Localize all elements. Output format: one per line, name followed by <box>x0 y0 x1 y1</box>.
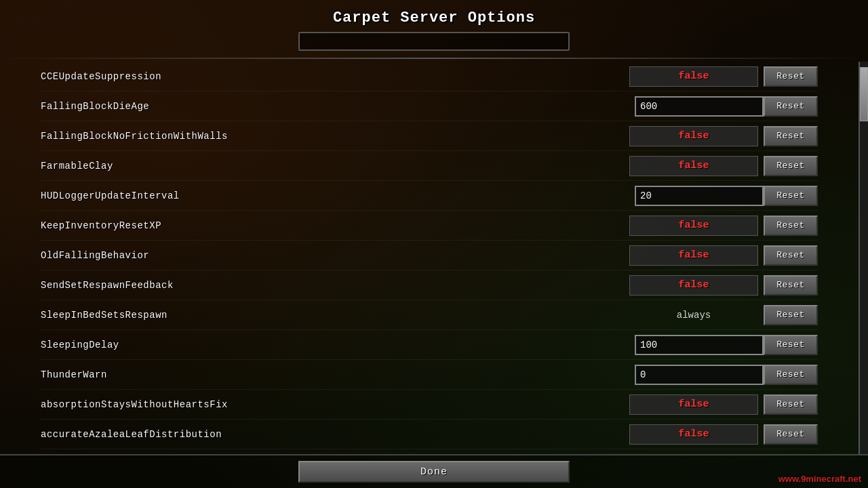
option-value-false[interactable]: false <box>629 216 758 236</box>
scrollbar[interactable] <box>859 62 868 454</box>
option-value-number[interactable] <box>635 365 764 385</box>
reset-button[interactable]: Reset <box>764 335 818 355</box>
options-area: CCEUpdateSuppressionfalseResetFallingBlo… <box>0 59 868 454</box>
option-name: KeepInventoryResetXP <box>41 220 629 231</box>
option-value-false[interactable]: false <box>629 424 758 445</box>
table-row: CCEUpdateSuppressionfalseReset <box>41 62 818 92</box>
table-row: accurateAzaleaLeafDistributionfalseReset <box>41 420 818 449</box>
option-name: FallingBlockNoFrictionWithWalls <box>41 131 629 142</box>
reset-button[interactable]: Reset <box>764 66 818 87</box>
page-title: Carpet Server Options <box>333 9 535 26</box>
option-name: SleepingDelay <box>41 340 635 350</box>
option-value-number[interactable] <box>635 186 764 206</box>
reset-button[interactable]: Reset <box>764 96 818 117</box>
table-row: FarmableClayfalseReset <box>41 151 818 181</box>
option-value-false[interactable]: false <box>629 454 758 455</box>
table-row: SendSetRespawnFeedbackfalseReset <box>41 270 818 300</box>
option-name: FallingBlockDieAge <box>41 101 635 112</box>
option-value-false[interactable]: false <box>629 245 758 266</box>
option-name: CCEUpdateSuppression <box>41 71 629 82</box>
option-value-always[interactable]: always <box>629 305 758 325</box>
option-name: OldFallingBehavior <box>41 250 629 261</box>
option-name: SleepInBedSetsRespawn <box>41 310 629 321</box>
table-row: absorptionStaysWithoutHeartsFixfalseRese… <box>41 390 818 420</box>
option-value-false[interactable]: false <box>629 126 758 146</box>
scrollbar-thumb[interactable] <box>860 67 868 121</box>
search-input[interactable] <box>298 32 570 51</box>
reset-button[interactable]: Reset <box>764 126 818 146</box>
table-row: accurateBlockPlacementfalseReset <box>41 449 818 454</box>
reset-button[interactable]: Reset <box>764 424 818 445</box>
reset-button[interactable]: Reset <box>764 365 818 385</box>
table-row: KeepInventoryResetXPfalseReset <box>41 211 818 241</box>
option-value-number[interactable] <box>635 96 764 117</box>
table-row: SleepingDelayReset <box>41 330 818 360</box>
table-row: SleepInBedSetsRespawnalwaysReset <box>41 300 818 330</box>
reset-button[interactable]: Reset <box>764 156 818 176</box>
reset-button[interactable]: Reset <box>764 245 818 266</box>
reset-button[interactable]: Reset <box>764 275 818 296</box>
reset-button[interactable]: Reset <box>764 305 818 325</box>
option-value-false[interactable]: false <box>629 275 758 296</box>
table-row: FallingBlockDieAgeReset <box>41 92 818 121</box>
table-row: ThunderWarnReset <box>41 360 818 390</box>
reset-button[interactable]: Reset <box>764 186 818 206</box>
watermark: www.9minecraft.net <box>778 474 861 484</box>
options-list: CCEUpdateSuppressionfalseResetFallingBlo… <box>0 59 859 454</box>
option-name: SendSetRespawnFeedback <box>41 280 629 291</box>
table-row: HUDLoggerUpdateIntervalReset <box>41 181 818 211</box>
reset-button[interactable]: Reset <box>764 454 818 455</box>
option-name: FarmableClay <box>41 161 629 171</box>
option-name: absorptionStaysWithoutHeartsFix <box>41 399 629 410</box>
option-name: HUDLoggerUpdateInterval <box>41 190 635 201</box>
reset-button[interactable]: Reset <box>764 394 818 415</box>
option-value-number[interactable] <box>635 335 764 355</box>
table-row: OldFallingBehaviorfalseReset <box>41 241 818 270</box>
option-name: accurateAzaleaLeafDistribution <box>41 429 629 440</box>
reset-button[interactable]: Reset <box>764 216 818 236</box>
option-name: ThunderWarn <box>41 369 635 380</box>
table-row: FallingBlockNoFrictionWithWallsfalseRese… <box>41 121 818 151</box>
option-value-false[interactable]: false <box>629 394 758 415</box>
done-button[interactable]: Done <box>298 461 570 483</box>
footer: Done <box>0 454 868 488</box>
option-value-false[interactable]: false <box>629 66 758 87</box>
option-value-false[interactable]: false <box>629 156 758 176</box>
